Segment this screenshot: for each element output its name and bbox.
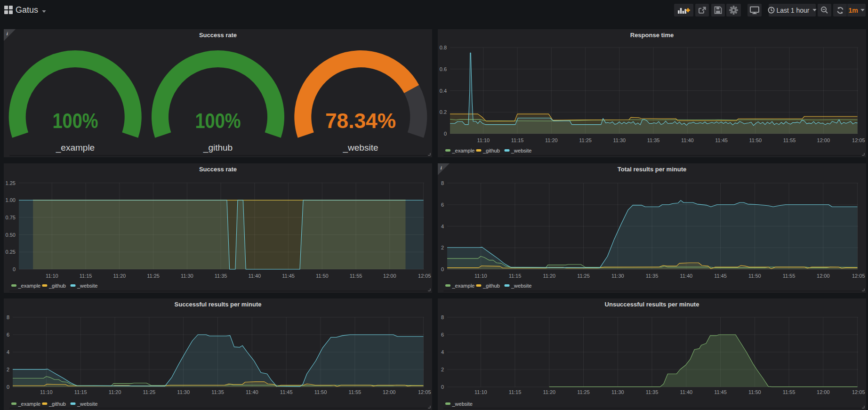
svg-text:11:35: 11:35	[211, 389, 224, 395]
svg-text:11:35: 11:35	[647, 137, 660, 143]
svg-text:_example: _example	[18, 283, 41, 289]
svg-text:11:35: 11:35	[646, 389, 659, 395]
svg-text:_website: _website	[77, 401, 97, 407]
svg-text:11:15: 11:15	[509, 389, 522, 395]
svg-text:Unsuccessful results per minut: Unsuccessful results per minute	[605, 301, 699, 308]
svg-text:11:20: 11:20	[113, 273, 126, 279]
svg-text:11:55: 11:55	[783, 273, 796, 279]
svg-text:4: 4	[441, 224, 444, 229]
svg-text:100%: 100%	[53, 109, 98, 132]
svg-text:78.34%: 78.34%	[325, 109, 396, 132]
svg-text:11:25: 11:25	[577, 273, 590, 279]
svg-text:11:30: 11:30	[181, 273, 193, 279]
svg-text:12:05: 12:05	[852, 273, 865, 279]
svg-text:_example: _example	[452, 148, 475, 153]
svg-text:11:40: 11:40	[248, 273, 261, 279]
svg-text:11:20: 11:20	[545, 137, 558, 143]
svg-text:6: 6	[441, 202, 444, 208]
svg-text:11:50: 11:50	[749, 137, 762, 143]
svg-text:11:45: 11:45	[715, 137, 728, 143]
svg-text:0.2: 0.2	[440, 109, 447, 115]
svg-text:12:00: 12:00	[817, 273, 830, 279]
svg-text:11:25: 11:25	[147, 273, 160, 279]
svg-text:Total results per minute: Total results per minute	[618, 166, 686, 173]
svg-text:11:25: 11:25	[577, 389, 590, 395]
svg-text:8: 8	[441, 314, 444, 320]
svg-text:Successful results per minute: Successful results per minute	[175, 301, 262, 308]
svg-text:Success rate: Success rate	[199, 32, 237, 39]
svg-text:11:20: 11:20	[543, 273, 555, 279]
svg-text:8: 8	[441, 180, 444, 186]
svg-text:12:00: 12:00	[383, 273, 396, 279]
svg-text:_github: _github	[48, 401, 66, 407]
svg-text:8: 8	[7, 314, 9, 320]
svg-text:12:05: 12:05	[852, 389, 865, 395]
svg-text:11:55: 11:55	[350, 273, 362, 279]
svg-text:11:10: 11:10	[474, 389, 487, 395]
svg-text:12:00: 12:00	[383, 389, 396, 395]
svg-text:0.8: 0.8	[440, 45, 447, 50]
svg-text:_github: _github	[482, 148, 500, 153]
svg-text:11:15: 11:15	[80, 273, 92, 279]
svg-text:11:10: 11:10	[46, 273, 58, 279]
svg-text:11:55: 11:55	[783, 137, 796, 143]
svg-text:0: 0	[13, 266, 16, 272]
svg-text:0: 0	[444, 131, 447, 137]
svg-text:11:25: 11:25	[579, 137, 592, 143]
svg-text:1.00: 1.00	[6, 197, 16, 203]
svg-text:0: 0	[441, 266, 444, 272]
svg-text:12:05: 12:05	[418, 389, 431, 395]
svg-text:_website: _website	[452, 401, 473, 407]
svg-text:Success rate: Success rate	[199, 166, 237, 173]
svg-text:11:15: 11:15	[74, 389, 87, 395]
svg-text:2: 2	[441, 367, 444, 372]
svg-text:0.25: 0.25	[6, 249, 16, 255]
svg-text:0.50: 0.50	[6, 232, 16, 238]
svg-text:11:50: 11:50	[748, 273, 761, 279]
svg-text:11:30: 11:30	[611, 273, 624, 279]
svg-text:_github: _github	[482, 283, 500, 289]
svg-text:11:50: 11:50	[314, 389, 327, 395]
svg-text:11:50: 11:50	[316, 273, 329, 279]
svg-text:_github: _github	[203, 143, 233, 153]
svg-text:11:30: 11:30	[177, 389, 190, 395]
svg-text:2: 2	[7, 367, 9, 372]
svg-text:6: 6	[7, 332, 9, 338]
svg-text:0: 0	[7, 384, 9, 390]
svg-text:11:55: 11:55	[783, 389, 796, 395]
svg-text:6: 6	[441, 332, 444, 338]
svg-text:_example: _example	[18, 401, 41, 407]
svg-text:11:35: 11:35	[215, 273, 227, 279]
svg-text:11:30: 11:30	[613, 137, 626, 143]
svg-text:12:00: 12:00	[817, 389, 830, 395]
svg-text:11:10: 11:10	[474, 273, 487, 279]
svg-text:12:05: 12:05	[418, 273, 431, 279]
svg-text:11:20: 11:20	[109, 389, 121, 395]
svg-text:11:10: 11:10	[477, 137, 490, 143]
svg-text:4: 4	[441, 349, 444, 355]
svg-text:0: 0	[441, 384, 444, 390]
svg-text:4: 4	[7, 349, 9, 355]
svg-text:11:45: 11:45	[714, 273, 727, 279]
svg-text:11:55: 11:55	[349, 389, 362, 395]
svg-text:12:05: 12:05	[852, 137, 865, 143]
svg-text:11:40: 11:40	[246, 389, 258, 395]
svg-text:12:00: 12:00	[817, 137, 830, 143]
svg-text:_website: _website	[511, 148, 531, 153]
svg-text:_example: _example	[56, 143, 95, 153]
svg-text:11:15: 11:15	[509, 273, 522, 279]
svg-text:11:15: 11:15	[511, 137, 524, 143]
svg-text:_website: _website	[77, 283, 97, 289]
svg-text:11:30: 11:30	[611, 389, 624, 395]
svg-text:_website: _website	[511, 283, 531, 289]
svg-text:11:35: 11:35	[646, 273, 659, 279]
svg-text:11:50: 11:50	[748, 389, 761, 395]
svg-text:0.6: 0.6	[440, 66, 447, 72]
svg-text:11:45: 11:45	[282, 273, 295, 279]
svg-text:Response time: Response time	[630, 32, 674, 39]
svg-text:11:25: 11:25	[143, 389, 156, 395]
svg-text:11:40: 11:40	[681, 137, 694, 143]
svg-text:11:45: 11:45	[280, 389, 293, 395]
svg-text:100%: 100%	[195, 109, 241, 132]
svg-text:_github: _github	[48, 283, 66, 289]
